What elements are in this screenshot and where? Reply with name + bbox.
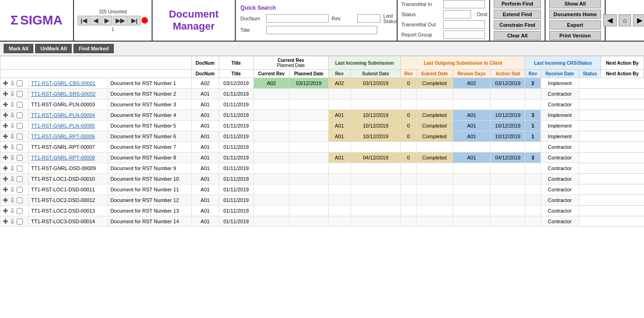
download-icon[interactable]: ⇩ xyxy=(10,207,15,214)
export-button[interactable]: Export xyxy=(549,20,601,30)
download-icon[interactable]: ⇩ xyxy=(10,165,15,172)
constrain-find-button[interactable]: Constrain Find xyxy=(494,20,541,30)
perform-find-button[interactable]: Perform Find xyxy=(494,0,541,8)
download-icon[interactable]: ⇩ xyxy=(10,101,15,108)
nav-stop-icon[interactable] xyxy=(141,17,148,24)
add-icon[interactable]: ✚ xyxy=(3,207,8,214)
in-rev-cell xyxy=(253,121,289,131)
download-icon[interactable]: ⇩ xyxy=(10,111,15,119)
nav-play-button[interactable]: ▶ xyxy=(102,16,112,25)
docnum-link[interactable]: TT1-RST-GNRL-RPT-00006 xyxy=(31,134,95,139)
download-icon[interactable]: ⇩ xyxy=(10,186,15,193)
download-icon[interactable]: ⇩ xyxy=(10,218,15,225)
docnum-link[interactable]: TT1-RST-GNRL-PLN-00005 xyxy=(31,123,95,128)
row-checkbox[interactable] xyxy=(17,102,23,108)
crs-rev-cell xyxy=(453,174,491,184)
in-submit-date-col: Submit Date xyxy=(350,70,401,78)
docnum-input[interactable] xyxy=(266,14,329,23)
docnum-cell[interactable]: TT1-RST-GNRL-RPT-00006 xyxy=(29,131,108,142)
docnum-cell[interactable]: TT1-RST-GNRL-RPT-00008 xyxy=(29,153,108,163)
row-checkbox[interactable] xyxy=(17,197,23,203)
add-icon[interactable]: ✚ xyxy=(3,175,8,183)
row-checkbox[interactable] xyxy=(17,165,23,171)
in-submit-date-cell xyxy=(289,89,328,99)
add-icon[interactable]: ✚ xyxy=(3,111,8,119)
extend-find-button[interactable]: Extend Find xyxy=(494,10,541,19)
status-input[interactable] xyxy=(443,10,471,18)
documents-home-button[interactable]: Documents Home xyxy=(549,10,601,19)
next-action-cell: Contractor xyxy=(540,174,579,184)
add-icon[interactable]: ✚ xyxy=(3,186,8,193)
docnum-cell[interactable]: TT1-RST-GNRL-PLN-00004 xyxy=(29,110,108,121)
current-rev-cell: A01 xyxy=(191,195,219,206)
docnum-link[interactable]: TT1-RST-GNRL-RPT-00008 xyxy=(31,155,95,160)
docnum-link[interactable]: TT1-RST-GNRL-PLN-00004 xyxy=(31,112,95,118)
download-icon[interactable]: ⇩ xyxy=(10,175,15,183)
show-all-button[interactable]: Show All xyxy=(549,0,601,8)
add-icon[interactable]: ✚ xyxy=(3,101,8,108)
transmittal-in-input[interactable] xyxy=(443,0,485,8)
in-submit-date-cell xyxy=(289,184,328,195)
page-home-button[interactable]: ⌂ xyxy=(619,14,631,26)
download-icon[interactable]: ⇩ xyxy=(10,80,15,87)
add-icon[interactable]: ✚ xyxy=(3,196,8,204)
title-input[interactable] xyxy=(266,26,377,34)
nav-next-button[interactable]: ▶▶ xyxy=(113,16,128,25)
nav-last-button[interactable]: ▶| xyxy=(129,16,141,25)
planned-date-cell: 01/11/2019 xyxy=(219,163,253,174)
mark-all-button[interactable]: Mark All xyxy=(4,44,33,53)
download-icon[interactable]: ⇩ xyxy=(10,154,15,161)
docnum-cell: TT1-RST-GNRL-PLN-00003 xyxy=(29,99,108,110)
row-checkbox[interactable] xyxy=(17,134,23,140)
docnum-link[interactable]: TT1-RST-GNRL-CBS-00001 xyxy=(31,80,95,86)
actions-header xyxy=(0,56,192,70)
row-checkbox[interactable] xyxy=(17,123,23,129)
add-icon[interactable]: ✚ xyxy=(3,218,8,225)
row-actions-cell: ✚ ⇩ xyxy=(0,163,29,174)
row-checkbox[interactable] xyxy=(17,144,23,150)
add-icon[interactable]: ✚ xyxy=(3,154,8,161)
planned-date-cell: 01/11/2019 xyxy=(219,99,253,110)
download-icon[interactable]: ⇩ xyxy=(10,196,15,204)
nav-prev-button[interactable]: ◀ xyxy=(91,16,101,25)
add-icon[interactable]: ✚ xyxy=(3,165,8,172)
clear-all-button[interactable]: Clear All xyxy=(494,31,541,40)
page-prev-button[interactable]: ◀ xyxy=(603,14,617,26)
crs-receive-date-cell xyxy=(491,195,525,206)
transmittal-out-input[interactable] xyxy=(443,20,485,29)
nav-first-button[interactable]: |◀ xyxy=(78,16,90,25)
download-icon[interactable]: ⇩ xyxy=(10,143,15,151)
report-group-input[interactable] xyxy=(443,31,485,39)
unmark-all-button[interactable]: UnMark All xyxy=(35,44,72,53)
out-action-stat-col: Action Stat xyxy=(491,70,525,78)
add-icon[interactable]: ✚ xyxy=(3,80,8,87)
download-icon[interactable]: ⇩ xyxy=(10,90,15,98)
out-review-days-cell: 0 xyxy=(401,78,416,89)
docnum-cell[interactable]: TT1-RST-GNRL-CBS-00001 xyxy=(29,78,108,89)
docnum-cell[interactable]: TT1-RST-GNRL-PLN-00005 xyxy=(29,121,108,131)
row-checkbox[interactable] xyxy=(17,80,23,86)
crs-rev-col: Rev xyxy=(525,70,540,78)
page-next-button[interactable]: ▶ xyxy=(633,14,644,26)
crs-receive-date-cell xyxy=(491,99,525,110)
row-checkbox[interactable] xyxy=(17,155,23,161)
row-checkbox[interactable] xyxy=(17,219,23,225)
download-icon[interactable]: ⇩ xyxy=(10,122,15,129)
title-cell: Document for RST Number 6 xyxy=(108,131,191,142)
row-checkbox[interactable] xyxy=(17,187,23,193)
docnum-link[interactable]: TT1-RST-GNRL-SRS-00002 xyxy=(31,91,95,97)
row-checkbox[interactable] xyxy=(17,176,23,182)
add-icon[interactable]: ✚ xyxy=(3,143,8,151)
add-icon[interactable]: ✚ xyxy=(3,133,8,140)
docnum-cell[interactable]: TT1-RST-GNRL-SRS-00002 xyxy=(29,89,108,99)
add-icon[interactable]: ✚ xyxy=(3,90,8,98)
row-checkbox[interactable] xyxy=(17,208,23,214)
row-checkbox[interactable] xyxy=(17,91,23,97)
add-icon[interactable]: ✚ xyxy=(3,122,8,129)
row-checkbox[interactable] xyxy=(17,112,23,118)
find-marked-button[interactable]: Find Marked xyxy=(74,44,114,53)
download-icon[interactable]: ⇩ xyxy=(10,133,15,140)
rev-input[interactable] xyxy=(357,14,380,23)
planned-date-cell: 03/12/2019 xyxy=(219,78,253,89)
print-version-button[interactable]: Print Version xyxy=(549,31,601,40)
